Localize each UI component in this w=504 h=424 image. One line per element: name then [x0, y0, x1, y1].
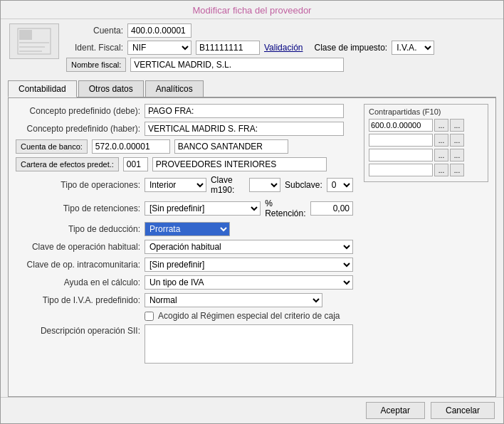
contra-input-2[interactable] [369, 134, 433, 147]
cartera-num-input[interactable] [123, 157, 148, 171]
tipo-operaciones-row: Tipo de operaciones: Interior Clave m190… [16, 175, 353, 195]
concepto-debe-label: Concepto predefinido (debe): [16, 106, 140, 116]
clase-impuesto-select[interactable]: I.V.A. [392, 41, 434, 55]
cuenta-row: Cuenta: [66, 23, 495, 38]
ident-fiscal-input[interactable] [196, 41, 260, 55]
tab-analiticos[interactable]: Analíticos [145, 80, 204, 97]
acogido-checkbox[interactable] [145, 312, 154, 321]
contrapartidas-title: Contrapartidas (F10) [369, 107, 483, 116]
contra-row-4: ... ... [369, 164, 483, 176]
tipo-operaciones-label: Tipo de operaciones: [16, 180, 140, 190]
retencion-pct-input[interactable] [310, 201, 353, 216]
tipo-retenciones-label: Tipo de retenciones: [16, 203, 140, 213]
top-fields: Cuenta: Ident. Fiscal: NIF Validación Cl… [66, 23, 495, 72]
contra-btn-1b[interactable]: ... [450, 119, 464, 132]
contra-btn-3b[interactable]: ... [450, 149, 464, 161]
nombre-fiscal-input[interactable] [130, 58, 344, 72]
contra-btn-4a[interactable]: ... [434, 164, 448, 176]
descripcion-textarea[interactable] [145, 324, 353, 364]
concepto-debe-input[interactable] [145, 104, 344, 118]
clave-intra-select[interactable]: [Sin predefinir] [145, 258, 353, 272]
descripcion-label: Descripción operación SII: [16, 324, 140, 336]
subclave-label: Subclave: [285, 180, 322, 190]
contra-row-2: ... ... [369, 134, 483, 147]
contra-btn-2b[interactable]: ... [450, 134, 464, 147]
contra-btn-2a[interactable]: ... [434, 134, 448, 147]
title-bar: Modificar ficha del proveedor [1, 1, 503, 19]
acogido-label: Acogido al Régimen especial del criterio… [158, 311, 340, 321]
main-window: Modificar ficha del proveedor Cuenta: Id… [0, 0, 504, 424]
ayuda-calculo-row: Ayuda en el cálculo: Un tipo de IVA [16, 275, 353, 290]
ident-fiscal-label: Ident. Fiscal: [66, 43, 123, 53]
descripcion-row: Descripción operación SII: [16, 324, 353, 364]
cuenta-label: Cuenta: [66, 26, 123, 36]
clave-operacion-row: Clave de operación habitual: Operación h… [16, 240, 353, 254]
logo-placeholder [9, 23, 59, 59]
cuenta-banco-name-input[interactable] [174, 139, 288, 154]
contra-btn-3a[interactable]: ... [434, 149, 448, 161]
tipo-deduccion-row: Tipo de deducción: Prorrata [16, 222, 353, 236]
left-form: Concepto predefinido (debe): Concepto pr… [16, 104, 353, 364]
tipo-iva-select[interactable]: Normal [145, 293, 322, 307]
cartera-row: Cartera de efectos predet.: [16, 157, 353, 171]
aceptar-button[interactable]: Aceptar [366, 402, 425, 419]
tab-otros-datos[interactable]: Otros datos [78, 80, 144, 97]
contra-input-4[interactable] [369, 164, 433, 176]
tipo-iva-row: Tipo de I.V.A. predefinido: Normal [16, 293, 353, 307]
nombre-fiscal-row: Nombre fiscal: [66, 58, 495, 72]
ayuda-calculo-select[interactable]: Un tipo de IVA [145, 275, 353, 290]
cuenta-input[interactable] [127, 23, 191, 38]
contra-btn-1a[interactable]: ... [434, 119, 448, 132]
contra-btn-4b[interactable]: ... [450, 164, 464, 176]
nombre-fiscal-button[interactable]: Nombre fiscal: [66, 58, 126, 72]
cartera-button[interactable]: Cartera de efectos predet.: [16, 157, 119, 171]
clave-m190-label: Clave m190: [211, 175, 245, 195]
retencion-pct-label: % Retención: [265, 198, 306, 218]
contra-input-3[interactable] [369, 149, 433, 161]
clave-m190-select[interactable] [249, 178, 280, 192]
contra-input-1[interactable] [369, 119, 433, 132]
clase-impuesto-label: Clase de impuesto: [314, 43, 387, 53]
concepto-haber-input[interactable] [145, 122, 344, 136]
validacion-link[interactable]: Validación [264, 43, 303, 53]
footer: Aceptar Cancelar [1, 397, 503, 423]
tab-contabilidad[interactable]: Contabilidad [8, 80, 77, 97]
clave-intra-row: Clave de op. intracomunitaria: [Sin pred… [16, 258, 353, 272]
ident-fiscal-select[interactable]: NIF [127, 41, 191, 55]
cuenta-banco-row: Cuenta de banco: [16, 139, 353, 154]
tab-content-contabilidad: Concepto predefinido (debe): Concepto pr… [8, 97, 496, 397]
tipo-retenciones-select[interactable]: [Sin predefinir] [145, 201, 261, 216]
acogido-row: Acogido al Régimen especial del criterio… [16, 311, 353, 321]
concepto-haber-row: Concepto predefinido (haber): [16, 122, 353, 136]
contra-row-3: ... ... [369, 149, 483, 161]
tipo-iva-label: Tipo de I.V.A. predefinido: [16, 295, 140, 305]
cancelar-button[interactable]: Cancelar [431, 402, 495, 419]
main-form-area: Concepto predefinido (debe): Concepto pr… [16, 104, 488, 364]
cartera-name-input[interactable] [152, 157, 327, 171]
tipo-operaciones-select[interactable]: Interior [145, 178, 206, 192]
concepto-debe-row: Concepto predefinido (debe): [16, 104, 353, 118]
tipo-deduccion-label: Tipo de deducción: [16, 224, 140, 234]
svg-rect-1 [19, 30, 32, 40]
cuenta-banco-num-input[interactable] [92, 139, 170, 154]
ayuda-calculo-label: Ayuda en el cálculo: [16, 277, 140, 287]
contrapartidas-box: Contrapartidas (F10) ... ... ... ... ...… [364, 104, 488, 182]
cuenta-banco-button[interactable]: Cuenta de banco: [16, 139, 88, 154]
tabs-bar: Contabilidad Otros datos Analíticos [8, 80, 496, 97]
subclave-select[interactable]: 0 [327, 178, 353, 192]
top-section: Cuenta: Ident. Fiscal: NIF Validación Cl… [1, 19, 503, 78]
window-title: Modificar ficha del proveedor [193, 5, 312, 16]
concepto-haber-label: Concepto predefinido (haber): [16, 124, 140, 134]
tipo-retenciones-row: Tipo de retenciones: [Sin predefinir] % … [16, 198, 353, 218]
clave-intra-label: Clave de op. intracomunitaria: [16, 260, 140, 270]
tipo-deduccion-select[interactable]: Prorrata [145, 222, 230, 236]
clave-operacion-label: Clave de operación habitual: [16, 242, 140, 252]
clave-operacion-select[interactable]: Operación habitual [145, 240, 353, 254]
contra-row-1: ... ... [369, 119, 483, 132]
ident-fiscal-row: Ident. Fiscal: NIF Validación Clase de i… [66, 41, 495, 55]
